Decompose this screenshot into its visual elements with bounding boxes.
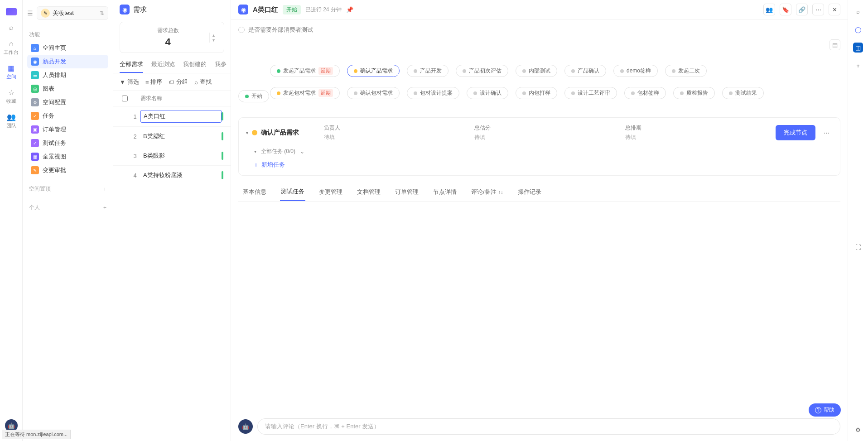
flow-node[interactable]: demo签样 (613, 65, 658, 77)
close-button[interactable]: ✕ (829, 4, 840, 15)
rail-favorites[interactable]: ☆收藏 (6, 88, 16, 105)
expand-down-icon[interactable]: ▾ (210, 38, 217, 43)
app-logo[interactable] (6, 8, 17, 15)
nav-charts[interactable]: ◎图表 (27, 82, 108, 96)
sched-value[interactable]: 待填 (625, 134, 770, 141)
rail-search[interactable]: ⌕ (9, 24, 14, 32)
flow-node[interactable]: 发起包材需求延期 (270, 87, 340, 99)
select-all-checkbox[interactable] (122, 96, 128, 101)
flow-node[interactable]: 产品初次评估 (456, 65, 508, 77)
flow-node[interactable]: 产品确认 (564, 65, 606, 77)
flow-node-start[interactable]: 开始 (238, 90, 269, 102)
rail-team[interactable]: 👥团队 (6, 113, 16, 129)
status-indicator (222, 152, 223, 160)
radio-icon[interactable] (238, 27, 245, 33)
detail-icon: ◉ (238, 5, 248, 14)
table-row[interactable]: 2 B类腮红 (113, 127, 231, 146)
nav-space-home[interactable]: ⌂空间主页 (27, 41, 108, 55)
btab-comments[interactable]: 评论/备注↑↓ (470, 183, 504, 201)
flow-node[interactable]: 设计工艺评审 (564, 87, 617, 99)
nav-change-approval[interactable]: ✎变更审批 (27, 163, 108, 177)
btab-node-detail[interactable]: 节点详情 (432, 183, 458, 201)
add-personal-icon[interactable]: + (103, 205, 106, 211)
add-task-button[interactable]: + 新增任务 (246, 161, 833, 169)
table-row[interactable]: 3 B类眼影 (113, 146, 231, 166)
workspace-selector[interactable]: ✎ 美妆test ⇅ (37, 6, 108, 20)
group-button[interactable]: 🏷分组 (169, 78, 188, 86)
search-icon[interactable]: ⌕ (853, 6, 863, 16)
complete-node-button[interactable]: 完成节点 (776, 125, 815, 140)
btab-basic[interactable]: 基本信息 (242, 183, 267, 201)
right-rail: ⌕ ◯ ◫ + ⛶ ⚙ (848, 0, 868, 441)
add-icon[interactable]: + (853, 61, 863, 71)
flow-node[interactable]: 包材签样 (624, 87, 666, 99)
more-button[interactable]: ⋯ (812, 4, 824, 15)
btab-test-tasks[interactable]: 测试任务 (280, 183, 305, 201)
list-icon: ☰ (31, 71, 39, 79)
subtask-toggle[interactable]: ▾ 全部任务 (0/0) ⌄ (246, 148, 833, 155)
nav-staff-schedule[interactable]: ☰人员排期 (27, 68, 108, 82)
btab-order-mgmt[interactable]: 订单管理 (394, 183, 420, 201)
btab-change-mgmt[interactable]: 变更管理 (318, 183, 343, 201)
add-pinned-icon[interactable]: + (103, 186, 106, 192)
table-row[interactable]: 4 A类持妆粉底液 (113, 166, 231, 185)
flow-node[interactable]: 质检报告 (673, 87, 715, 99)
expand-up-icon[interactable]: ▴ (210, 33, 217, 38)
flow-node[interactable]: 内部测试 (516, 65, 557, 77)
flow-node[interactable]: 发起产品需求延期 (270, 65, 340, 77)
outlook-icon[interactable]: ◫ (853, 43, 863, 53)
share-users-button[interactable]: 👥 (763, 4, 775, 15)
comment-avatar[interactable]: 🤖 (238, 419, 253, 434)
sidebar-collapse-icon[interactable]: ☰ (27, 10, 33, 17)
nav-test-tasks[interactable]: ✓测试任务 (27, 136, 108, 150)
nav-tasks[interactable]: ✓任务 (27, 109, 108, 123)
flow-node[interactable]: 测试结果 (722, 87, 764, 99)
flow-node[interactable]: 包材设计提案 (407, 87, 459, 99)
nav-orders[interactable]: ▣订单管理 (27, 123, 108, 136)
dot-icon (277, 69, 280, 73)
flow-node[interactable]: 确认包材需求 (347, 87, 400, 99)
pin-icon[interactable]: 📌 (346, 6, 353, 13)
table-row[interactable]: 1 A类口红 (113, 106, 231, 127)
tab-created[interactable]: 我创建的 (183, 60, 207, 73)
comment-input[interactable]: 请输入评论（Enter 换行，⌘ + Enter 发送） (257, 418, 840, 435)
filter-button[interactable]: ▼筛选 (120, 78, 139, 86)
fullscreen-icon[interactable]: ⛶ (853, 242, 863, 252)
tab-recent[interactable]: 最近浏览 (151, 60, 175, 73)
tab-all[interactable]: 全部需求 (120, 60, 143, 73)
rail-workbench[interactable]: ⌂工作台 (4, 40, 19, 56)
search-button[interactable]: ⌕查找 (194, 78, 212, 86)
flow-layout-button[interactable]: ▤ (829, 39, 840, 50)
nav-panorama[interactable]: ▦全景视图 (27, 150, 108, 163)
sort-button[interactable]: ≡排序 (145, 78, 163, 86)
node-more-button[interactable]: ⋯ (821, 127, 833, 139)
star-icon: ☆ (8, 88, 14, 97)
flow-node[interactable]: 设计确认 (467, 87, 508, 99)
app-switcher-icon[interactable]: ◯ (853, 24, 863, 34)
settings-icon[interactable]: ⚙ (853, 425, 863, 435)
group-personal: 个人 + (27, 201, 108, 214)
btab-log[interactable]: 操作记录 (517, 183, 542, 201)
flow-node-active[interactable]: 确认产品需求 (347, 65, 400, 77)
nav-new-product[interactable]: ◉新品开发 (27, 55, 108, 68)
grid-icon: ▦ (31, 153, 39, 161)
external-test-checkbox-row[interactable]: 是否需要外部消费者测试 (238, 26, 840, 34)
nav-list: ⌂空间主页 ◉新品开发 ☰人员排期 ◎图表 ⚙空间配置 ✓任务 ▣订单管理 ✓测… (27, 41, 108, 177)
flow-node[interactable]: 内包打样 (516, 87, 557, 99)
browser-status-text: 正在等待 mon.zijieapi.com... (2, 430, 71, 439)
summary-card: 需求总数 4 ▴ ▾ (120, 22, 224, 53)
tab-content-empty (238, 201, 840, 414)
help-button[interactable]: ? 帮助 (809, 403, 841, 417)
btab-doc-mgmt[interactable]: 文档管理 (356, 183, 381, 201)
owner-value[interactable]: 待填 (324, 134, 469, 141)
caret-down-icon[interactable]: ▾ (246, 130, 248, 135)
nav-space-config[interactable]: ⚙空间配置 (27, 96, 108, 109)
rail-space[interactable]: ▦空间 (6, 64, 16, 80)
flow-node[interactable]: 产品开发 (407, 65, 448, 77)
link-button[interactable]: 🔗 (796, 4, 808, 15)
status-indicator (222, 132, 223, 140)
est-value[interactable]: 待填 (474, 134, 619, 141)
flow-node[interactable]: 发起二次 (665, 65, 707, 77)
tab-participated[interactable]: 我参 (215, 60, 227, 73)
bookmark-button[interactable]: 🔖 (780, 4, 791, 15)
